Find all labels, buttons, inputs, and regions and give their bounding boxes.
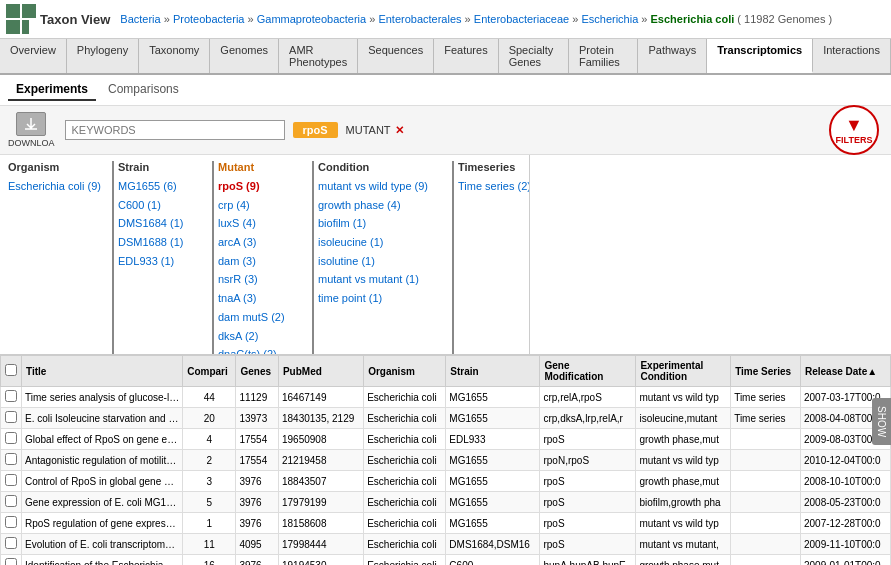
filter-mutant-item-5[interactable]: nsrR (3) [218, 270, 300, 289]
row-title-1: E. coli Isoleucine starvation and string… [22, 408, 183, 429]
select-all-checkbox[interactable] [5, 364, 17, 376]
row-checkbox-2[interactable] [5, 432, 17, 444]
filter-mutant-item-4[interactable]: dam (3) [218, 252, 300, 271]
row-exp-cond-0: mutant vs wild typ [636, 387, 731, 408]
row-gene-mod-0: crp,relA,rpoS [540, 387, 636, 408]
tab-interactions[interactable]: Interactions [813, 39, 891, 73]
row-pubmed-3: 21219458 [278, 450, 363, 471]
filter-timeseries-item-0[interactable]: Time series (2) [458, 177, 530, 196]
search-input[interactable] [65, 120, 285, 140]
col-time-series[interactable]: Time Series [731, 356, 801, 387]
tab-transcriptomics[interactable]: Transcriptomics [707, 39, 813, 73]
filter-mutant-item-3[interactable]: arcA (3) [218, 233, 300, 252]
breadcrumb-ecoli[interactable]: Escherichia coli [651, 13, 735, 25]
filter-condition-item-2[interactable]: biofilm (1) [318, 214, 440, 233]
row-strain-8: C600 [446, 555, 540, 566]
row-title-5: Gene expression of E. coli MG1655 wild t… [22, 492, 183, 513]
table-row: Control of RpoS in global gene expressio… [1, 471, 891, 492]
filter-mutant-item-2[interactable]: luxS (4) [218, 214, 300, 233]
filter-mutant-item-1[interactable]: crp (4) [218, 196, 300, 215]
tab-pathways[interactable]: Pathways [638, 39, 707, 73]
row-time-series-1: Time series [731, 408, 801, 429]
show-panel-button[interactable]: SHOW [872, 398, 891, 445]
filter-tag-remove[interactable]: ✕ [395, 124, 404, 137]
filter-condition-item-4[interactable]: isolutine (1) [318, 252, 440, 271]
row-exp-cond-4: growth phase,mut [636, 471, 731, 492]
row-genes-3: 17554 [236, 450, 279, 471]
download-button[interactable]: DOWNLOA [8, 112, 55, 148]
col-organism[interactable]: Organism [364, 356, 446, 387]
tab-overview[interactable]: Overview [0, 39, 67, 73]
row-title-7: Evolution of E. coli transcriptome under… [22, 534, 183, 555]
filter-condition-item-0[interactable]: mutant vs wild type (9) [318, 177, 440, 196]
table-row: Time series analysis of glucose-lactose … [1, 387, 891, 408]
col-title[interactable]: Title [22, 356, 183, 387]
tab-protein-families[interactable]: Protein Families [569, 39, 639, 73]
filter-mutant-item-9[interactable]: dnaC(ts) (2) [218, 345, 300, 354]
col-compari[interactable]: Compari [183, 356, 236, 387]
tab-features[interactable]: Features [434, 39, 498, 73]
filter-condition-item-5[interactable]: mutant vs mutant (1) [318, 270, 440, 289]
filter-mutant-item-6[interactable]: tnaA (3) [218, 289, 300, 308]
breadcrumb: Bacteria » Proteobacteria » Gammaproteob… [120, 13, 832, 25]
col-exp-cond[interactable]: ExperimentalCondition [636, 356, 731, 387]
row-checkbox-6[interactable] [5, 516, 17, 528]
tab-specialty-genes[interactable]: Specialty Genes [499, 39, 569, 73]
row-gene-mod-3: rpoN,rpoS [540, 450, 636, 471]
breadcrumb-entero[interactable]: Enterobacterales [378, 13, 461, 25]
sub-tab-comparisons[interactable]: Comparisons [100, 79, 187, 101]
logo-text: Taxon View [40, 12, 110, 27]
row-organism-4: Escherichia coli [364, 471, 446, 492]
filter-strain-item-3[interactable]: DSM1688 (1) [118, 233, 200, 252]
filter-strain-item-1[interactable]: C600 (1) [118, 196, 200, 215]
tab-genomes[interactable]: Genomes [210, 39, 279, 73]
table-row: Evolution of E. coli transcriptome under… [1, 534, 891, 555]
nav-tabs: Overview Phylogeny Taxonomy Genomes AMR … [0, 39, 891, 75]
breadcrumb-bacteria[interactable]: Bacteria [120, 13, 160, 25]
row-checkbox-7[interactable] [5, 537, 17, 549]
breadcrumb-entero2[interactable]: Enterobacteriaceae [474, 13, 569, 25]
filter-organism-item[interactable]: Escherichia coli (9) [8, 177, 100, 196]
filter-condition-item-3[interactable]: isoleucine (1) [318, 233, 440, 252]
row-checkbox-1[interactable] [5, 411, 17, 423]
tab-sequences[interactable]: Sequences [358, 39, 434, 73]
row-gene-mod-2: rpoS [540, 429, 636, 450]
filter-mutant-item-7[interactable]: dam mutS (2) [218, 308, 300, 327]
breadcrumb-proteobacteria[interactable]: Proteobacteria [173, 13, 245, 25]
filters-button[interactable]: ▼ FILTERS [829, 105, 879, 155]
row-release-3: 2010-12-04T00:0 [800, 450, 890, 471]
row-genes-6: 3976 [236, 513, 279, 534]
row-checkbox-3[interactable] [5, 453, 17, 465]
filter-mutant-item-0[interactable]: rpoS (9) [218, 177, 300, 196]
row-title-8: Identification of the Escherichia coli H… [22, 555, 183, 566]
filter-condition-item-1[interactable]: growth phase (4) [318, 196, 440, 215]
row-genes-7: 4095 [236, 534, 279, 555]
col-release[interactable]: Release Date▲ [800, 356, 890, 387]
row-pubmed-4: 18843507 [278, 471, 363, 492]
tab-amr[interactable]: AMR Phenotypes [279, 39, 358, 73]
col-genes[interactable]: Genes [236, 356, 279, 387]
filter-strain-col: Strain MG1655 (6) C600 (1) DMS1684 (1) D… [118, 161, 208, 354]
filter-strain-item-2[interactable]: DMS1684 (1) [118, 214, 200, 233]
row-checkbox-8[interactable] [5, 558, 17, 565]
row-checkbox-0[interactable] [5, 390, 17, 402]
filter-strain-item-0[interactable]: MG1655 (6) [118, 177, 200, 196]
col-gene-mod[interactable]: GeneModification [540, 356, 636, 387]
sub-tab-experiments[interactable]: Experiments [8, 79, 96, 101]
filter-mutant-item-8[interactable]: dksA (2) [218, 327, 300, 346]
row-checkbox-4[interactable] [5, 474, 17, 486]
filter-condition-item-6[interactable]: time point (1) [318, 289, 440, 308]
col-pubmed[interactable]: PubMed [278, 356, 363, 387]
col-strain[interactable]: Strain [446, 356, 540, 387]
row-checkbox-5[interactable] [5, 495, 17, 507]
filter-strain-item-4[interactable]: EDL933 (1) [118, 252, 200, 271]
row-exp-cond-5: biofilm,growth pha [636, 492, 731, 513]
tab-taxonomy[interactable]: Taxonomy [139, 39, 210, 73]
tab-phylogeny[interactable]: Phylogeny [67, 39, 139, 73]
row-genes-8: 3976 [236, 555, 279, 566]
breadcrumb-gamma[interactable]: Gammaproteobacteria [257, 13, 366, 25]
svg-rect-3 [22, 20, 29, 34]
breadcrumb-esch[interactable]: Escherichia [581, 13, 638, 25]
row-pubmed-1: 18430135, 2129 [278, 408, 363, 429]
row-organism-6: Escherichia coli [364, 513, 446, 534]
